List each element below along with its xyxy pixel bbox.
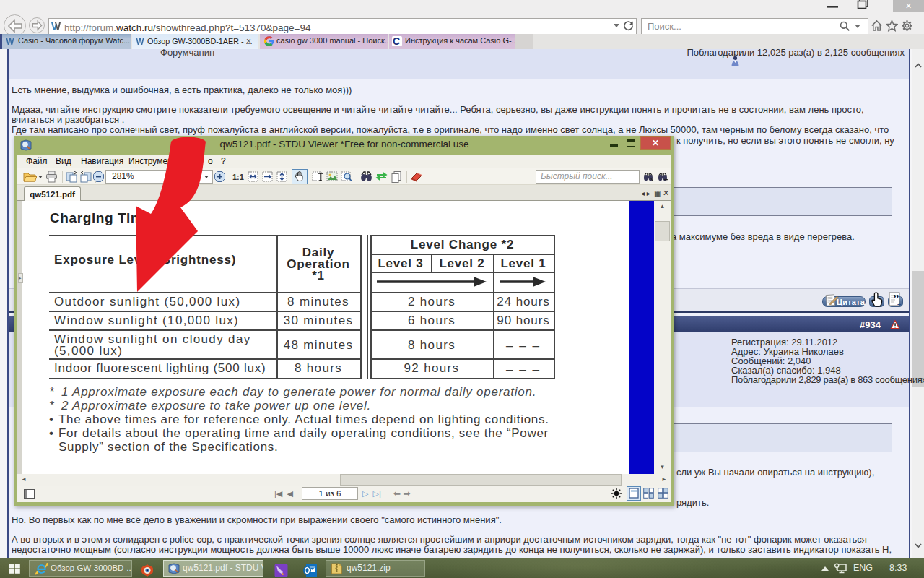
svg-text:+: + bbox=[897, 301, 901, 308]
